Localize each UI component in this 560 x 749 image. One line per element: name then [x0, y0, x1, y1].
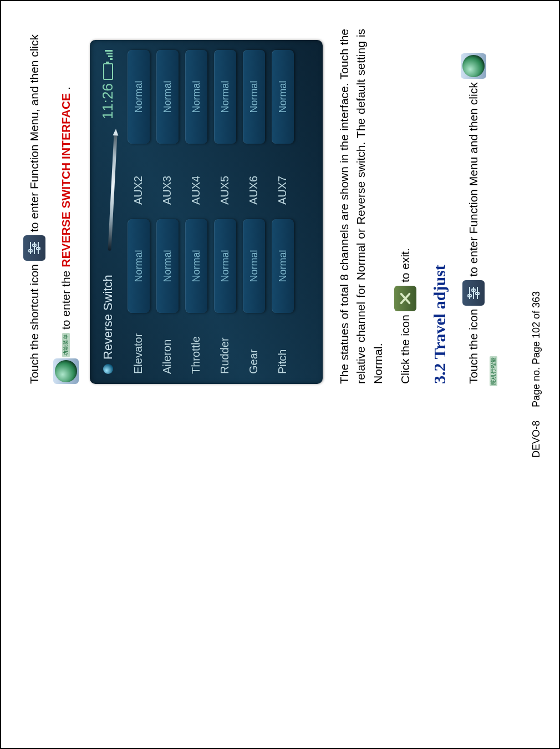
device-title: Reverse Switch [99, 275, 117, 374]
channel-row: Elevator Normal [128, 219, 150, 374]
intro-line-2: 功能菜单 to enter the REVERSE SWITCH INTERFA… [53, 29, 79, 384]
exit-line: Click the icon to exit. [394, 29, 416, 384]
compass-icon [55, 360, 77, 382]
channel-row: Throttle Normal [185, 219, 207, 374]
device-channel-grid: Elevator Normal AUX2 Normal Aileron Norm… [124, 50, 294, 374]
channel-label: AUX5 [217, 151, 233, 205]
channel-label: AUX2 [130, 151, 146, 205]
channel-label: AUX7 [274, 151, 291, 205]
channel-state-button[interactable]: Normal [243, 219, 265, 313]
intro-text-2: to enter Function Menu, and then click [26, 34, 43, 232]
intro-text-1: Touch the shortcut icon [26, 264, 43, 384]
channel-state-button[interactable]: Normal [128, 219, 150, 313]
content-column: Touch the shortcut icon to enter Functio… [23, 29, 497, 384]
signal-icon [104, 50, 113, 60]
icon-caption-2: 舵机行程量 [490, 356, 498, 386]
channel-state-button[interactable]: Normal [185, 219, 207, 313]
footer-model: DEVO-8 [531, 421, 542, 458]
device-screenshot: Reverse Switch 11:26 Elevator Normal [90, 40, 323, 384]
travel-text-before: Touch the icon [465, 309, 482, 384]
page-frame: Touch the shortcut icon to enter Functio… [0, 0, 560, 749]
channel-state-button[interactable]: Normal [214, 50, 236, 144]
channel-row: Aileron Normal [156, 219, 179, 374]
channel-label: AUX4 [188, 151, 204, 205]
device-header: Reverse Switch 11:26 [98, 50, 119, 374]
reverse-switch-app-icon [53, 358, 79, 384]
channel-row: AUX6 Normal [243, 50, 265, 205]
device-title-text: Reverse Switch [99, 275, 117, 360]
channel-state-button[interactable]: Normal [128, 50, 150, 144]
channel-row: AUX3 Normal [156, 50, 179, 205]
description-paragraph: The statues of total 8 channels are show… [336, 29, 386, 384]
channel-row: Pitch Normal [272, 219, 294, 374]
channel-state-button[interactable]: Normal [243, 50, 265, 144]
travel-adjust-app-icon [461, 53, 486, 79]
function-menu-shortcut-icon [462, 280, 485, 306]
icon-caption-1: 功能菜单 [62, 333, 70, 357]
channel-label: Elevator [130, 321, 146, 374]
device-title-dot-icon [103, 364, 113, 374]
channel-label: AUX3 [159, 151, 175, 205]
battery-icon [103, 63, 113, 80]
channel-row: AUX2 Normal [128, 50, 150, 205]
intro-period: . [58, 87, 74, 90]
channel-label: Rudder [217, 321, 233, 374]
intro-text-3: to enter the [58, 271, 74, 330]
exit-text-before: Click the icon [397, 315, 414, 384]
exit-text-after: to exit. [397, 248, 414, 282]
function-menu-shortcut-icon [23, 235, 45, 261]
channel-state-button[interactable]: Normal [272, 219, 294, 313]
page-footer: DEVO-8 Page no. Page 102 of 363 [520, 29, 542, 720]
channel-state-button[interactable]: Normal [156, 50, 179, 144]
intro-line-1: Touch the shortcut icon to enter Functio… [23, 29, 45, 384]
channel-row: AUX7 Normal [272, 50, 294, 205]
channel-state-button[interactable]: Normal [185, 50, 207, 144]
travel-line: Touch the icon to enter Function Menu an… [461, 29, 498, 384]
channel-state-button[interactable]: Normal [156, 219, 179, 313]
device-clock: 11:26 [98, 83, 119, 119]
channel-label: Pitch [274, 321, 291, 374]
channel-label: Gear [246, 321, 262, 374]
intro-red: REVERSE SWITCH INTERFACE [58, 93, 74, 267]
footer-page: Page no. Page 102 of 363 [531, 291, 542, 407]
channel-label: Throttle [188, 321, 204, 374]
channel-row: AUX5 Normal [214, 50, 236, 205]
channel-label: AUX6 [246, 151, 262, 205]
channel-row: AUX4 Normal [185, 50, 207, 205]
channel-row: Rudder Normal [214, 219, 236, 374]
device-status-bar: 11:26 [98, 50, 119, 119]
compass-icon [462, 55, 485, 77]
channel-row: Gear Normal [243, 219, 265, 374]
channel-label: Aileron [159, 321, 175, 374]
section-heading: 3.2 Travel adjust [427, 29, 452, 384]
channel-state-button[interactable]: Normal [214, 219, 236, 313]
exit-icon [394, 286, 416, 311]
channel-state-button[interactable]: Normal [272, 50, 294, 144]
travel-text-after: to enter Function Menu and then click [465, 82, 482, 276]
